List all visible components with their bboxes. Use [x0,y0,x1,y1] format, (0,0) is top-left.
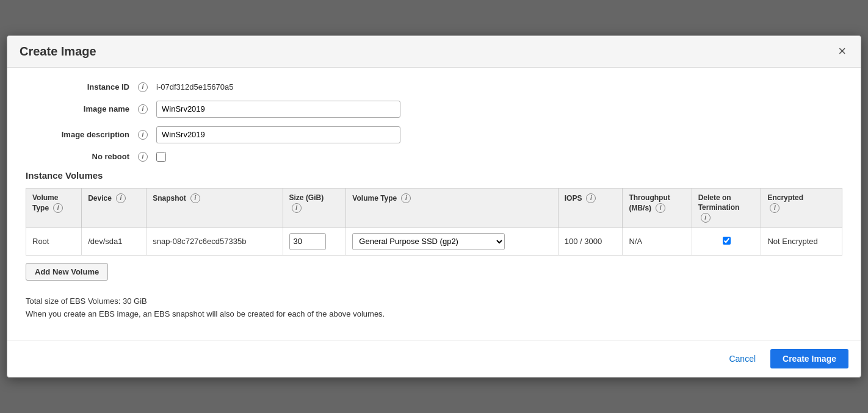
th-delete-on-termination-info-icon: i [701,213,711,223]
create-image-button[interactable]: Create Image [770,349,848,368]
instance-id-info-icon: i [138,82,148,92]
dialog-body: Instance ID i i-07df312d5e15670a5 Image … [7,68,861,340]
image-name-label: Image name [26,104,136,113]
instance-id-label: Instance ID [26,82,136,92]
cancel-button[interactable]: Cancel [723,350,762,367]
th-encrypted-info-icon: i [770,203,779,213]
instance-volumes-title: Instance Volumes [26,170,842,181]
td-iops: 100 / 3000 [558,228,623,255]
td-volume-type-col: General Purpose SSD (gp2) [346,228,558,255]
footer-info-line1: Total size of EBS Volumes: 30 GiB [26,295,842,308]
th-device-info-icon: i [116,193,126,203]
image-description-info-icon: i [138,130,148,140]
td-encrypted: Not Encrypted [761,228,842,255]
delete-on-termination-checkbox[interactable] [723,237,731,245]
volumes-table: Volume Type i Device i [26,188,842,256]
no-reboot-label: No reboot [26,152,136,161]
th-encrypted: Encrypted i [761,188,842,228]
th-volume-type-col: Volume Type i [346,188,558,228]
th-throughput: Throughput (MB/s) i [623,188,692,228]
image-description-row: Image description i [26,126,842,143]
th-throughput-info-icon: i [656,203,665,213]
add-new-volume-button[interactable]: Add New Volume [26,263,108,281]
dialog-header: Create Image × [7,36,861,68]
td-delete-on-termination [692,228,761,255]
dialog-title: Create Image [20,45,96,59]
dialog-footer: Cancel Create Image [7,340,861,377]
th-snapshot: Snapshot i [146,188,283,228]
th-delete-on-termination: Delete on Termination i [692,188,761,228]
instance-id-row: Instance ID i i-07df312d5e15670a5 [26,82,842,92]
th-iops: IOPS i [558,188,623,228]
th-size: Size (GiB) i [283,188,346,228]
td-volume-type: Root [26,228,82,255]
image-description-label: Image description [26,130,136,139]
table-row: Root /dev/sda1 snap-08c727c6ecd57335b Ge… [26,228,842,255]
td-throughput: N/A [623,228,692,255]
no-reboot-row: No reboot i [26,152,842,162]
image-name-info-icon: i [138,104,148,114]
no-reboot-checkbox[interactable] [156,152,166,162]
th-volume-type-info-icon: i [53,203,63,213]
create-image-dialog: Create Image × Instance ID i i-07df312d5… [7,35,861,378]
table-header-row: Volume Type i Device i [26,188,842,228]
footer-info-line2: When you create an EBS image, an EBS sna… [26,308,842,321]
th-iops-info-icon: i [586,193,596,203]
th-snapshot-info-icon: i [190,193,200,203]
th-size-info-icon: i [292,203,302,213]
close-button[interactable]: × [836,45,848,58]
volume-type-select[interactable]: General Purpose SSD (gp2) [352,233,505,250]
size-input[interactable] [289,233,326,250]
td-snapshot: snap-08c727c6ecd57335b [146,228,283,255]
th-volume-type-col-info-icon: i [401,193,411,203]
th-device: Device i [82,188,146,228]
image-name-row: Image name i [26,101,842,118]
image-description-input[interactable] [156,126,400,143]
th-volume-type: Volume Type i [26,188,82,228]
footer-info: Total size of EBS Volumes: 30 GiB When y… [26,295,842,321]
instance-id-value: i-07df312d5e15670a5 [156,82,234,92]
td-size [283,228,346,255]
image-name-input[interactable] [156,101,400,118]
no-reboot-info-icon: i [138,152,148,162]
td-device: /dev/sda1 [82,228,146,255]
